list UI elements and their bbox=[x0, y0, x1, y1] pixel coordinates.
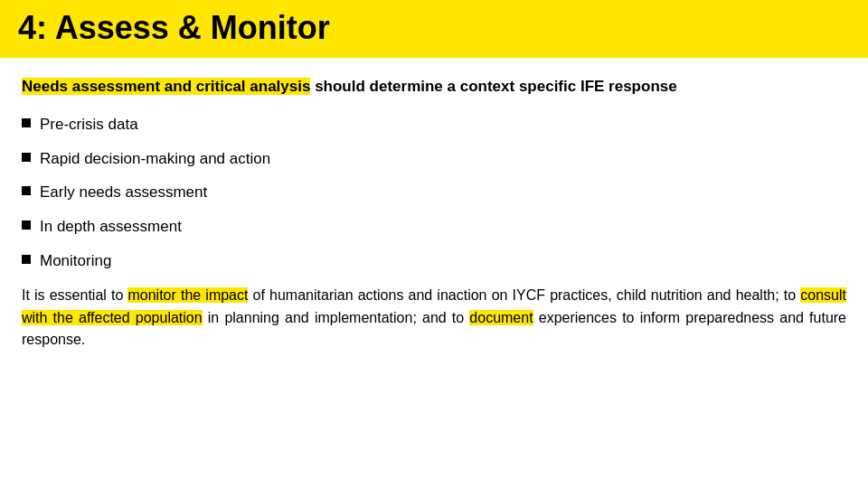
bullet-text-3: Early needs assessment bbox=[40, 182, 207, 203]
bullet-icon-2 bbox=[22, 153, 31, 162]
body-part3: in planning and implementation; and to bbox=[203, 310, 470, 325]
bullet-item-4: In depth assessment bbox=[22, 216, 846, 238]
bullet-item-1: Pre-crisis data bbox=[22, 114, 846, 136]
bullet-item-3: Early needs assessment bbox=[22, 182, 846, 203]
body-paragraph: It is essential to monitor the impact of… bbox=[22, 285, 846, 352]
body-part2: of humanitarian actions and inaction on … bbox=[248, 287, 800, 303]
bullet-text-5: Monitoring bbox=[40, 250, 111, 272]
bullet-item-5: Monitoring bbox=[22, 250, 846, 272]
bullet-list: Pre-crisis data Rapid decision-making an… bbox=[22, 114, 846, 272]
bullet-icon-3 bbox=[22, 186, 31, 195]
bullet-icon-5 bbox=[22, 255, 31, 264]
body-highlight3: document bbox=[469, 310, 533, 325]
bullet-icon-1 bbox=[22, 118, 31, 127]
bullet-item-2: Rapid decision-making and action bbox=[22, 148, 846, 170]
bullet-text-2: Rapid decision-making and action bbox=[40, 148, 270, 170]
body-highlight1: monitor the impact bbox=[127, 287, 248, 303]
intro-highlight: Needs assessment and critical analysis bbox=[22, 78, 310, 95]
intro-line: Needs assessment and critical analysis s… bbox=[22, 76, 846, 98]
main-content: Needs assessment and critical analysis s… bbox=[0, 58, 868, 366]
bullet-icon-4 bbox=[22, 221, 31, 230]
header-bar: 4: Assess & Monitor bbox=[0, 0, 868, 58]
bullet-text-1: Pre-crisis data bbox=[40, 114, 138, 136]
intro-rest: should determine a context specific IFE … bbox=[310, 78, 676, 95]
bullet-text-4: In depth assessment bbox=[40, 216, 182, 238]
body-part1: It is essential to bbox=[22, 287, 127, 303]
page-container: 4: Assess & Monitor Needs assessment and… bbox=[0, 0, 868, 366]
page-title: 4: Assess & Monitor bbox=[18, 9, 850, 47]
